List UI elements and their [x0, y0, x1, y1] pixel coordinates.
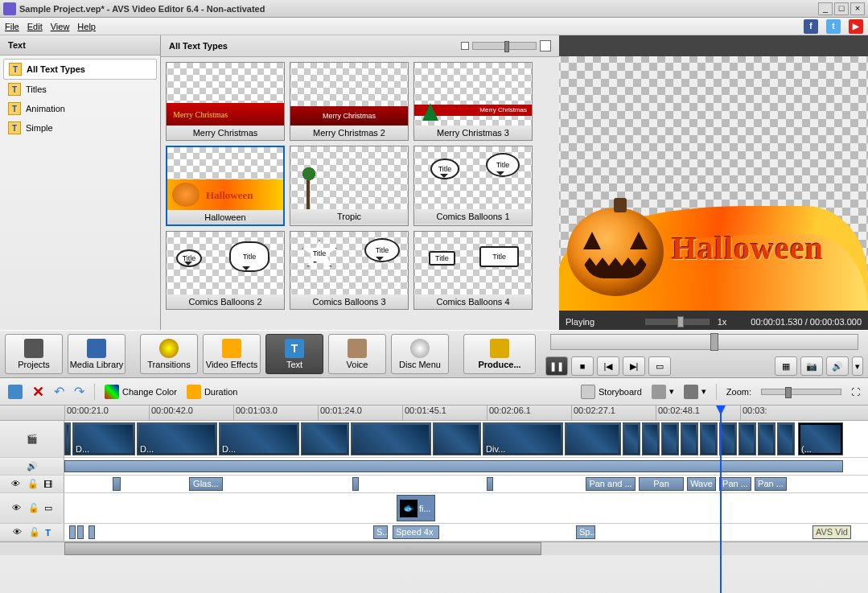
speed-clip[interactable] [77, 525, 84, 539]
video-clip[interactable] [565, 422, 621, 455]
video-clip[interactable]: Div... [483, 422, 563, 455]
eye-icon[interactable]: 👁 [12, 503, 27, 514]
produce-button[interactable]: Produce... [463, 334, 536, 374]
minimize-button[interactable]: _ [818, 2, 833, 15]
fx-clip[interactable]: Pan ... [755, 477, 787, 491]
transitions-button[interactable]: Transitions [140, 334, 198, 374]
video-effects-button[interactable]: Video Effects [203, 334, 261, 374]
video-clip[interactable] [661, 422, 679, 455]
storyboard-toggle[interactable]: Storyboard [581, 385, 642, 399]
fx-clip[interactable]: Pan and ... [586, 477, 636, 491]
video-clip[interactable]: (... [798, 422, 843, 455]
delete-button[interactable]: ✕ [32, 383, 44, 401]
zoom-fit-button[interactable]: ⛶ [851, 387, 860, 397]
speed-clip[interactable]: Speed 4x [393, 525, 439, 539]
preset-merry-christmas-3[interactable]: Merry ChristmasMerry Christmas 3 [413, 62, 533, 141]
overlay-clip[interactable]: 🐟fi... [397, 495, 435, 521]
twitter-icon[interactable]: t [826, 19, 841, 34]
timeline-scrollbar[interactable] [0, 542, 868, 555]
video-clip[interactable] [758, 422, 775, 455]
menu-help[interactable]: Help [77, 22, 96, 31]
text-button[interactable]: TText [265, 334, 323, 374]
preset-halloween[interactable]: HalloweenHalloween [166, 146, 285, 226]
media-library-button[interactable]: Media Library [68, 334, 125, 374]
screen-button[interactable]: ▦ [775, 356, 797, 376]
speed-clip[interactable]: Sp... [576, 525, 595, 539]
facebook-icon[interactable]: f [804, 19, 818, 34]
playhead[interactable] [720, 406, 722, 593]
speed-clip[interactable] [69, 525, 76, 539]
cat-simple[interactable]: TSimple [3, 118, 157, 138]
preset-merry-christmas-2[interactable]: Merry ChristmasMerry Christmas 2 [290, 62, 409, 141]
video-clip[interactable]: D... [219, 422, 299, 455]
lock-icon[interactable]: 🔓 [28, 503, 43, 514]
change-color-button[interactable]: Change Color [105, 385, 177, 399]
video-clip[interactable] [642, 422, 660, 455]
speed-clip[interactable]: S... [373, 525, 388, 539]
zoom-slider[interactable] [761, 389, 841, 395]
view-mode-1[interactable]: ▾ [652, 385, 674, 399]
thumb-size-small-icon[interactable] [461, 42, 469, 50]
menu-view[interactable]: View [51, 22, 70, 31]
fx-clip[interactable]: Glas... [189, 477, 223, 491]
video-clip[interactable] [433, 422, 481, 455]
next-frame-button[interactable]: ▶| [623, 356, 645, 376]
time-ruler[interactable]: 00:00:21.000:00:42.000:01:03.000:01:24.0… [0, 406, 868, 421]
video-clip[interactable]: D... [72, 422, 135, 455]
video-clip[interactable] [777, 422, 795, 455]
video-clip[interactable] [64, 422, 71, 455]
speed-clip[interactable] [88, 525, 95, 539]
video-clip[interactable] [738, 422, 756, 455]
maximize-button[interactable]: □ [834, 2, 849, 15]
volume-dropdown[interactable]: ▾ [852, 356, 863, 376]
thumb-size-slider[interactable] [472, 42, 537, 50]
video-clip[interactable] [681, 422, 698, 455]
speed-slider[interactable] [645, 319, 710, 325]
eye-icon[interactable]: 👁 [13, 527, 27, 538]
menu-file[interactable]: File [5, 22, 19, 31]
voice-button[interactable]: Voice [328, 334, 386, 374]
pause-button[interactable]: ❚❚ [545, 356, 568, 376]
cat-all-text-types[interactable]: TAll Text Types [3, 59, 157, 80]
preset-tropic[interactable]: Tropic [290, 146, 409, 226]
youtube-icon[interactable]: ▶ [849, 19, 863, 34]
video-clip[interactable] [301, 422, 349, 455]
fx-clip[interactable] [487, 477, 493, 491]
projects-button[interactable]: Projects [5, 334, 63, 374]
video-clip[interactable] [700, 422, 718, 455]
menu-edit[interactable]: Edit [27, 22, 43, 31]
stop-button[interactable]: ■ [571, 356, 594, 376]
disc-menu-button[interactable]: Disc Menu [391, 334, 449, 374]
redo-button[interactable]: ↷ [74, 384, 84, 399]
preset-comics-balloons-4[interactable]: TitleTitleComics Balloons 4 [413, 231, 533, 310]
fullscreen-button[interactable]: ▭ [648, 356, 671, 376]
volume-button[interactable]: 🔊 [826, 356, 849, 376]
seek-slider[interactable] [550, 334, 858, 350]
prev-frame-button[interactable]: |◀ [597, 356, 619, 376]
preset-comics-balloons-2[interactable]: TitleTitleComics Balloons 2 [166, 231, 285, 310]
undo-button[interactable]: ↶ [54, 384, 64, 399]
video-clip[interactable] [719, 422, 737, 455]
eye-icon[interactable]: 👁 [11, 479, 26, 490]
close-button[interactable]: × [850, 2, 865, 15]
cat-titles[interactable]: TTitles [3, 80, 157, 99]
fx-clip[interactable]: Pan ... [719, 477, 751, 491]
preset-comics-balloons-1[interactable]: TitleTitleComics Balloons 1 [413, 146, 533, 226]
cat-animation[interactable]: TAnimation [3, 99, 157, 118]
video-clip[interactable] [351, 422, 431, 455]
view-mode-2[interactable]: ▾ [684, 385, 706, 399]
snapshot-button[interactable]: 📷 [800, 356, 823, 376]
duration-button[interactable]: Duration [187, 385, 238, 399]
watermark-clip[interactable]: AVS Vid [812, 525, 851, 539]
fx-clip[interactable] [113, 477, 121, 491]
video-clip[interactable] [623, 422, 640, 455]
lock-icon[interactable]: 🔓 [29, 527, 43, 538]
lock-icon[interactable]: 🔓 [27, 479, 42, 490]
video-clip[interactable]: D... [137, 422, 217, 455]
thumb-size-large-icon[interactable] [540, 40, 551, 51]
audio-clip[interactable] [64, 460, 843, 472]
fx-clip[interactable] [352, 477, 359, 491]
preset-comics-balloons-3[interactable]: TitleTitleComics Balloons 3 [290, 231, 409, 310]
preset-merry-christmas[interactable]: Merry ChristmasMerry Christmas [166, 62, 285, 141]
fx-clip[interactable]: Wave [687, 477, 716, 491]
